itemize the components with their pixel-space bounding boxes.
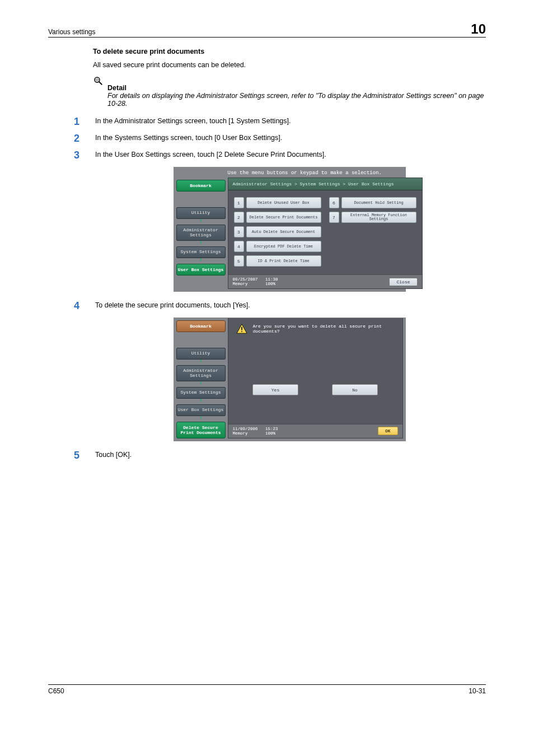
- instruction-bar: Use the menu buttons or keypad to make a…: [174, 167, 405, 178]
- step-5: 5 Touch [OK].: [93, 450, 486, 460]
- step-2: 2 In the Systems Settings screen, touch …: [93, 133, 486, 143]
- breadcrumb: Administrator Settings > System Settings…: [228, 178, 422, 190]
- down-arrow-icon: ⬇: [176, 400, 226, 402]
- menu-delete-unused-user-box[interactable]: Delete Unused User Box: [246, 197, 321, 208]
- detail-text: For details on displaying the Administra…: [107, 92, 486, 108]
- down-arrow-icon: ⬇: [176, 382, 226, 385]
- ok-button[interactable]: OK: [378, 427, 398, 435]
- magnifier-icon: [93, 76, 103, 86]
- side-panel: Bookmark Utility ⬇ Administrator Setting…: [174, 318, 228, 441]
- menu-auto-delete-secure-document[interactable]: Auto Delete Secure Document: [246, 226, 321, 237]
- detail-label: Detail: [107, 84, 486, 92]
- step-number: 5: [74, 450, 84, 460]
- menu-number-6[interactable]: 6: [329, 197, 339, 208]
- section-title: To delete secure print documents: [93, 48, 486, 55]
- down-arrow-icon: ⬇: [176, 220, 226, 222]
- bookmark-button[interactable]: Bookmark: [176, 320, 226, 332]
- header-chapter: 10: [471, 22, 486, 36]
- sidebar-delete-secure-print-documents[interactable]: Delete Secure Print Documents: [176, 422, 226, 438]
- step-text: In the Systems Settings screen, touch [0…: [95, 133, 282, 142]
- confirm-message: Are you sure you want to delete all secu…: [253, 324, 397, 334]
- menu-encrypted-pdf-delete-time[interactable]: Encrypted PDF Delete Time: [246, 241, 321, 252]
- svg-line-2: [99, 82, 102, 85]
- step-1: 1 In the Administrator Settings screen, …: [93, 116, 486, 127]
- warning-icon: [236, 324, 247, 334]
- no-button[interactable]: No: [332, 384, 378, 395]
- screenshot-delete-confirm: Bookmark Utility ⬇ Administrator Setting…: [174, 318, 406, 441]
- screenshot-user-box-settings: Use the menu buttons or keypad to make a…: [174, 167, 406, 292]
- sidebar-user-box-settings[interactable]: User Box Settings: [176, 404, 226, 416]
- status-datetime-memory: 11/09/2006 15:23 Memory 100%: [233, 427, 278, 436]
- down-arrow-icon: ⬇: [176, 417, 226, 419]
- sidebar-system-settings[interactable]: System Settings: [176, 387, 226, 399]
- step-number: 3: [74, 150, 84, 160]
- section-intro: All saved secure print documents can be …: [93, 61, 486, 69]
- page-footer: C650 10-31: [48, 684, 486, 695]
- main-panel: Administrator Settings > System Settings…: [228, 178, 423, 289]
- side-panel: Bookmark Utility ⬇ Administrator Setting…: [174, 178, 228, 291]
- close-button[interactable]: Close: [389, 278, 417, 286]
- main-panel: Are you sure you want to delete all secu…: [228, 318, 403, 438]
- sidebar-admin-settings[interactable]: Administrator Settings: [176, 225, 226, 241]
- svg-point-1: [96, 79, 99, 81]
- menu-number-4[interactable]: 4: [234, 241, 244, 252]
- step-number: 2: [74, 133, 84, 143]
- step-3: 3 In the User Box Settings screen, touch…: [93, 150, 486, 160]
- sidebar-utility[interactable]: Utility: [176, 207, 226, 219]
- down-arrow-icon: ⬇: [176, 259, 226, 262]
- menu-number-5[interactable]: 5: [234, 255, 244, 267]
- sidebar-admin-settings[interactable]: Administrator Settings: [176, 365, 226, 382]
- menu-number-2[interactable]: 2: [234, 212, 244, 223]
- step-4: 4 To delete the secure print documents, …: [93, 301, 486, 311]
- yes-button[interactable]: Yes: [252, 384, 298, 395]
- status-datetime-memory: 09/25/2007 11:30 Memory 100%: [233, 277, 278, 286]
- header-section: Various settings: [48, 28, 96, 36]
- menu-number-1[interactable]: 1: [234, 197, 244, 208]
- footer-page: 10-31: [469, 687, 486, 695]
- svg-rect-5: [241, 331, 242, 332]
- status-bar: 09/25/2007 11:30 Memory 100% Close: [228, 274, 422, 288]
- step-text: To delete the secure print documents, to…: [95, 301, 250, 309]
- status-bar: 11/09/2006 15:23 Memory 100% OK: [228, 424, 402, 438]
- step-text: Touch [OK].: [95, 450, 132, 459]
- menu-number-3[interactable]: 3: [234, 226, 244, 237]
- menu-id-print-delete-time[interactable]: ID & Print Delete Time: [246, 255, 321, 267]
- down-arrow-icon: ⬇: [176, 242, 226, 244]
- down-arrow-icon: ⬇: [176, 361, 226, 363]
- step-text: In the Administrator Settings screen, to…: [95, 116, 291, 125]
- sidebar-system-settings[interactable]: System Settings: [176, 246, 226, 258]
- menu-number-7[interactable]: 7: [329, 212, 339, 223]
- step-text: In the User Box Settings screen, touch […: [95, 150, 326, 158]
- page-header: Various settings 10: [48, 22, 486, 38]
- step-number: 1: [74, 116, 84, 127]
- sidebar-user-box-settings[interactable]: User Box Settings: [176, 264, 226, 276]
- detail-block: Detail For details on displaying the Adm…: [107, 77, 486, 108]
- footer-model: C650: [48, 687, 64, 695]
- bookmark-button[interactable]: Bookmark: [176, 180, 226, 192]
- step-number: 4: [74, 301, 84, 311]
- svg-rect-4: [241, 327, 242, 330]
- menu-external-memory-function-settings[interactable]: External Memory Function Settings: [341, 212, 416, 223]
- sidebar-utility[interactable]: Utility: [176, 348, 226, 360]
- menu-document-hold-setting[interactable]: Document Hold Setting: [341, 197, 416, 208]
- menu-delete-secure-print-documents[interactable]: Delete Secure Print Documents: [246, 212, 321, 223]
